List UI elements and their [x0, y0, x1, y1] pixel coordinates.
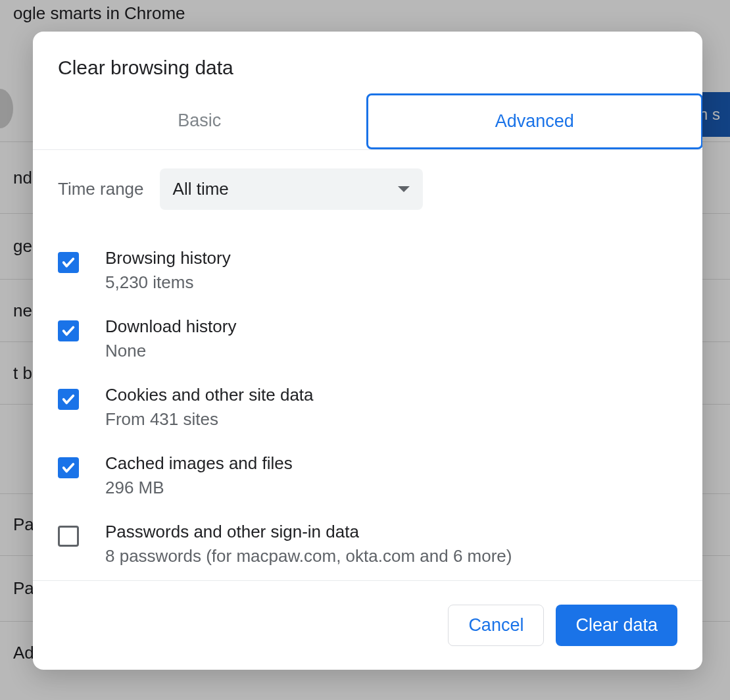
- data-type-text: Passwords and other sign-in data8 passwo…: [105, 522, 512, 566]
- clear-data-button[interactable]: Clear data: [556, 605, 677, 646]
- data-type-list: Browsing history5,230 itemsDownload hist…: [58, 236, 677, 580]
- data-type-item: Download historyNone: [58, 305, 677, 373]
- data-type-item: Cached images and files296 MB: [58, 441, 677, 510]
- checkbox[interactable]: [58, 526, 79, 547]
- tab-advanced[interactable]: Advanced: [366, 93, 703, 149]
- data-type-subtitle: From 431 sites: [105, 409, 314, 430]
- data-type-item: Auto-fill form data: [58, 578, 677, 580]
- checkbox[interactable]: [58, 252, 79, 273]
- time-range-row: Time range All time: [58, 168, 677, 210]
- data-type-title: Browsing history: [105, 248, 231, 268]
- data-type-text: Cookies and other site dataFrom 431 site…: [105, 385, 314, 430]
- checkbox[interactable]: [58, 457, 79, 478]
- time-range-label: Time range: [58, 179, 144, 199]
- data-type-text: Download historyNone: [105, 316, 236, 361]
- tab-basic[interactable]: Basic: [33, 95, 366, 149]
- data-type-subtitle: 5,230 items: [105, 272, 231, 293]
- checkbox[interactable]: [58, 320, 79, 341]
- data-type-subtitle: 8 passwords (for macpaw.com, okta.com an…: [105, 546, 512, 566]
- data-type-item: Passwords and other sign-in data8 passwo…: [58, 510, 677, 578]
- cancel-button[interactable]: Cancel: [448, 605, 544, 646]
- data-type-title: Cookies and other site data: [105, 385, 314, 405]
- data-type-text: Browsing history5,230 items: [105, 248, 231, 293]
- data-type-subtitle: None: [105, 341, 236, 361]
- data-type-title: Passwords and other sign-in data: [105, 522, 512, 542]
- data-type-subtitle: 296 MB: [105, 478, 293, 498]
- data-type-item: Cookies and other site dataFrom 431 site…: [58, 373, 677, 441]
- time-range-dropdown[interactable]: All time: [160, 168, 423, 210]
- checkbox[interactable]: [58, 389, 79, 410]
- dialog-footer: Cancel Clear data: [33, 580, 702, 670]
- data-type-text: Cached images and files296 MB: [105, 453, 293, 498]
- dialog-title: Clear browsing data: [33, 32, 702, 95]
- data-type-item: Browsing history5,230 items: [58, 236, 677, 305]
- time-range-value: All time: [173, 179, 229, 199]
- clear-browsing-data-dialog: Clear browsing data Basic Advanced Time …: [33, 32, 702, 670]
- data-type-title: Cached images and files: [105, 453, 293, 474]
- dialog-content: Time range All time Browsing history5,23…: [33, 150, 702, 580]
- data-type-title: Download history: [105, 316, 236, 337]
- dialog-tabs: Basic Advanced: [33, 95, 702, 150]
- chevron-down-icon: [398, 186, 410, 192]
